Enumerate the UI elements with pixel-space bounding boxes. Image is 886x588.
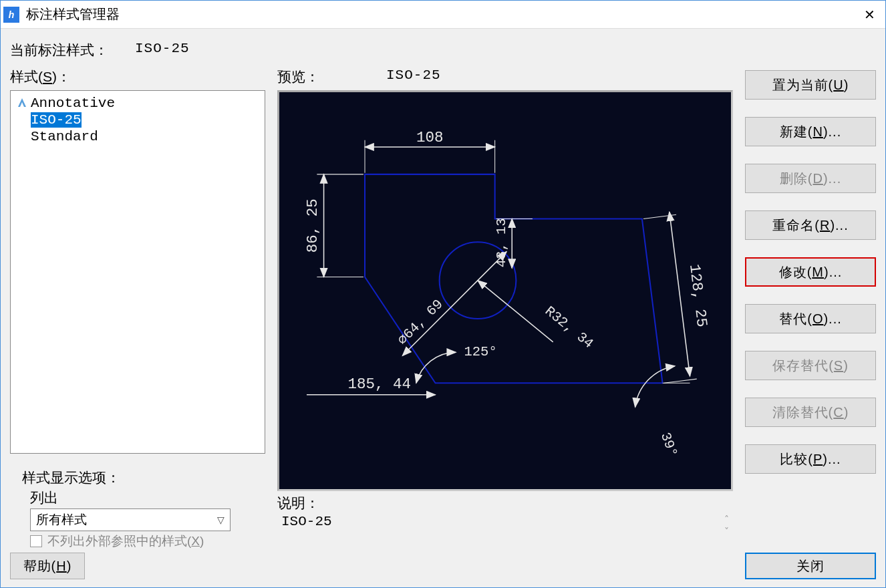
description-label: 说明： [277, 494, 733, 512]
dim-43-13: 43, 13 [494, 218, 509, 267]
list-item[interactable]: ISO-25 [13, 112, 262, 128]
dim-angle-125: 125° [464, 344, 497, 359]
dim-dia-64-69: ∅64, 69 [395, 297, 446, 348]
center-column: 预览： ISO-25 [277, 67, 733, 550]
styles-list-label: 样式(S)： [10, 67, 265, 86]
close-button[interactable]: 关闭 [745, 553, 876, 579]
modify-button[interactable]: 修改(M)... [745, 257, 876, 287]
preview-label: 预览： [277, 67, 319, 86]
list-item-label: Annotative [31, 96, 115, 111]
list-filter-label: 列出 [30, 488, 265, 507]
list-item-label: ISO-25 [31, 112, 82, 128]
current-style-label: 当前标注样式： [10, 41, 108, 59]
dialog-body: 当前标注样式： ISO-25 样式(S)： Annotative ISO-25 [1, 29, 885, 587]
override-button[interactable]: 替代(O)... [745, 304, 876, 333]
preview-header: 预览： ISO-25 [277, 67, 733, 86]
exclude-xref-row: 不列出外部参照中的样式(X) [30, 533, 265, 550]
dim-128-25: 128, 25 [686, 263, 710, 328]
display-options-title: 样式显示选项： [22, 468, 265, 487]
dim-86-25: 86, 25 [304, 198, 321, 253]
dim-angle-39: 39° [657, 430, 680, 459]
list-item[interactable]: Annotative [13, 95, 262, 112]
description-text: ISO-25 [281, 514, 332, 549]
set-current-button[interactable]: 置为当前(U) [745, 70, 876, 100]
rename-button[interactable]: 重命名(R)... [745, 210, 876, 240]
left-column: 样式(S)： Annotative ISO-25 Standar [10, 67, 265, 550]
svg-line-11 [664, 379, 697, 383]
exclude-xref-checkbox [30, 535, 42, 547]
dimension-style-manager-window: h 标注样式管理器 ✕ 当前标注样式： ISO-25 样式(S)： Annota… [0, 0, 886, 588]
display-options: 样式显示选项： 列出 所有样式 ▽ 不列出外部参照中的样式(X) [10, 468, 265, 550]
window-title: 标注样式管理器 [26, 5, 856, 23]
titlebar: h 标注样式管理器 ✕ [1, 1, 885, 29]
annotative-icon [16, 98, 28, 110]
exclude-xref-label: 不列出外部参照中的样式(X) [47, 533, 204, 550]
clear-override-button: 清除替代(C) [745, 398, 876, 427]
scroll-up-icon[interactable]: ˄ [724, 515, 729, 525]
close-icon[interactable]: ✕ [856, 1, 883, 28]
help-button[interactable]: 帮助(H) [10, 553, 85, 579]
description-box: ISO-25 ˄ ˅ [277, 512, 733, 550]
svg-line-10 [643, 214, 676, 218]
current-style-row: 当前标注样式： ISO-25 [10, 41, 876, 59]
current-style-value: ISO-25 [135, 41, 190, 59]
preview-canvas: 108 86, 25 43, 13 [277, 90, 733, 491]
footer: 帮助(H) 关闭 [10, 553, 876, 581]
dim-185-44: 185, 44 [347, 376, 411, 393]
list-filter-value: 所有样式 [36, 511, 87, 529]
preview-style-name: ISO-25 [386, 67, 441, 86]
description-scroll[interactable]: ˄ ˅ [724, 515, 729, 549]
save-override-button: 保存替代(S) [745, 351, 876, 380]
list-item[interactable]: Standard [13, 128, 262, 145]
dim-r32-34: R32, 34 [542, 303, 596, 351]
main-area: 样式(S)： Annotative ISO-25 Standar [10, 67, 876, 550]
compare-button[interactable]: 比较(P)... [745, 444, 876, 474]
list-filter-select[interactable]: 所有样式 ▽ [30, 508, 231, 531]
scroll-down-icon[interactable]: ˅ [724, 527, 729, 537]
svg-line-9 [670, 212, 690, 376]
dim-108: 108 [416, 129, 444, 146]
new-button[interactable]: 新建(N)... [745, 117, 876, 146]
app-icon: h [3, 7, 19, 23]
styles-listbox[interactable]: Annotative ISO-25 Standard [10, 90, 265, 454]
chevron-down-icon: ▽ [217, 514, 225, 525]
right-column: 置为当前(U) 新建(N)... 删除(D)... 重命名(R)... 修改(M… [745, 67, 876, 550]
svg-line-13 [402, 252, 506, 356]
delete-button: 删除(D)... [745, 164, 876, 193]
list-item-label: Standard [31, 129, 98, 144]
